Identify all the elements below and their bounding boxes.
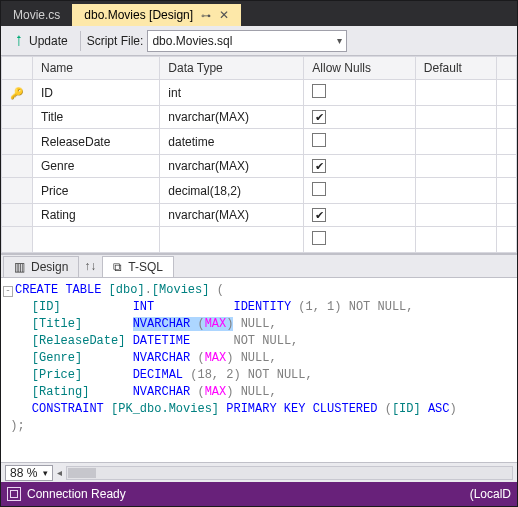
- lower-tab-strip: ▥ Design ↑↓ ⧉ T-SQL: [1, 254, 517, 278]
- table-row[interactable]: Ratingnvarchar(MAX): [2, 204, 517, 227]
- row-selector[interactable]: [2, 227, 33, 253]
- table-row[interactable]: Pricedecimal(18,2): [2, 178, 517, 204]
- tab-label: dbo.Movies [Design]: [84, 8, 193, 22]
- primary-key-icon: 🔑: [10, 87, 24, 99]
- cell-datatype[interactable]: decimal(18,2): [160, 178, 304, 204]
- update-arrow-icon: ⭡: [13, 34, 25, 48]
- allow-nulls-checkbox[interactable]: [312, 133, 326, 147]
- grid-header-row: Name Data Type Allow Nulls Default: [2, 57, 517, 80]
- document-tabs: Movie.cs dbo.Movies [Design] ⊶ ✕: [1, 1, 517, 26]
- tab-label: Movie.cs: [13, 8, 60, 22]
- horizontal-scrollbar[interactable]: [66, 466, 513, 480]
- allow-nulls-checkbox[interactable]: [312, 84, 326, 98]
- table-row[interactable]: ReleaseDatedatetime: [2, 129, 517, 155]
- tab-design[interactable]: ▥ Design: [3, 256, 79, 277]
- col-header-allownulls[interactable]: Allow Nulls: [304, 57, 416, 80]
- tab-movie-cs[interactable]: Movie.cs: [1, 4, 72, 26]
- swap-panes-button[interactable]: ↑↓: [78, 257, 102, 275]
- cell-default[interactable]: [415, 227, 496, 253]
- cell-allownulls[interactable]: [304, 106, 416, 129]
- connection-icon: [7, 487, 21, 501]
- tab-tsql[interactable]: ⧉ T-SQL: [102, 256, 174, 277]
- cell-extra: [497, 204, 517, 227]
- cell-default[interactable]: [415, 106, 496, 129]
- table-row[interactable]: Genrenvarchar(MAX): [2, 155, 517, 178]
- cell-name[interactable]: Title: [33, 106, 160, 129]
- status-bar: Connection Ready (LocalD: [1, 482, 517, 506]
- cell-name[interactable]: ID: [33, 80, 160, 106]
- design-icon: ▥: [14, 260, 25, 274]
- allow-nulls-checkbox[interactable]: [312, 231, 326, 245]
- row-selector[interactable]: [2, 106, 33, 129]
- row-selector[interactable]: [2, 204, 33, 227]
- tab-tsql-label: T-SQL: [128, 260, 163, 274]
- pin-icon[interactable]: ⊶: [201, 10, 211, 21]
- cell-datatype[interactable]: datetime: [160, 129, 304, 155]
- close-icon[interactable]: ✕: [219, 8, 229, 22]
- cell-extra: [497, 106, 517, 129]
- col-header-name[interactable]: Name: [33, 57, 160, 80]
- table-row[interactable]: [2, 227, 517, 253]
- cell-extra: [497, 178, 517, 204]
- editor-footer: 88 % ▾ ◂: [1, 462, 517, 482]
- cell-default[interactable]: [415, 129, 496, 155]
- cell-extra: [497, 80, 517, 106]
- chevron-down-icon: ▾: [337, 35, 342, 46]
- scroll-left-icon[interactable]: ◂: [57, 467, 62, 478]
- row-selector[interactable]: [2, 178, 33, 204]
- cell-name[interactable]: ReleaseDate: [33, 129, 160, 155]
- cell-allownulls[interactable]: [304, 178, 416, 204]
- col-header-extra: [497, 57, 517, 80]
- collapse-region-icon[interactable]: -: [3, 286, 13, 297]
- cell-allownulls[interactable]: [304, 155, 416, 178]
- table-row[interactable]: 🔑IDint: [2, 80, 517, 106]
- status-text: Connection Ready: [27, 487, 126, 501]
- allow-nulls-checkbox[interactable]: [312, 182, 326, 196]
- row-selector[interactable]: 🔑: [2, 80, 33, 106]
- cell-datatype[interactable]: nvarchar(MAX): [160, 204, 304, 227]
- cell-extra: [497, 227, 517, 253]
- col-header-datatype[interactable]: Data Type: [160, 57, 304, 80]
- tab-design-label: Design: [31, 260, 68, 274]
- allow-nulls-checkbox[interactable]: [312, 110, 326, 124]
- update-button[interactable]: ⭡ Update: [7, 32, 74, 50]
- cell-allownulls[interactable]: [304, 129, 416, 155]
- cell-default[interactable]: [415, 204, 496, 227]
- row-header-blank: [2, 57, 33, 80]
- cell-datatype[interactable]: nvarchar(MAX): [160, 155, 304, 178]
- update-label: Update: [29, 34, 68, 48]
- chevron-down-icon: ▾: [43, 468, 48, 478]
- cell-name[interactable]: [33, 227, 160, 253]
- cell-allownulls[interactable]: [304, 80, 416, 106]
- row-selector[interactable]: [2, 129, 33, 155]
- columns-grid: Name Data Type Allow Nulls Default 🔑IDin…: [1, 56, 517, 254]
- script-file-label: Script File:: [87, 34, 144, 48]
- allow-nulls-checkbox[interactable]: [312, 159, 326, 173]
- cell-allownulls[interactable]: [304, 227, 416, 253]
- status-connection: (LocalD: [470, 487, 511, 501]
- script-file-select[interactable]: dbo.Movies.sql ▾: [147, 30, 347, 52]
- cell-default[interactable]: [415, 178, 496, 204]
- sql-editor[interactable]: -CREATE TABLE [dbo].[Movies] ( [ID] INT …: [1, 278, 517, 462]
- toolbar-separator: [80, 31, 81, 51]
- cell-datatype[interactable]: [160, 227, 304, 253]
- cell-extra: [497, 129, 517, 155]
- cell-name[interactable]: Genre: [33, 155, 160, 178]
- row-selector[interactable]: [2, 155, 33, 178]
- tab-dbo-movies-design[interactable]: dbo.Movies [Design] ⊶ ✕: [72, 4, 241, 26]
- cell-default[interactable]: [415, 155, 496, 178]
- zoom-select[interactable]: 88 % ▾: [5, 465, 53, 481]
- cell-datatype[interactable]: nvarchar(MAX): [160, 106, 304, 129]
- table-row[interactable]: Titlenvarchar(MAX): [2, 106, 517, 129]
- zoom-value: 88 %: [10, 466, 37, 480]
- cell-name[interactable]: Price: [33, 178, 160, 204]
- cell-extra: [497, 155, 517, 178]
- cell-default[interactable]: [415, 80, 496, 106]
- cell-datatype[interactable]: int: [160, 80, 304, 106]
- cell-allownulls[interactable]: [304, 204, 416, 227]
- cell-name[interactable]: Rating: [33, 204, 160, 227]
- designer-toolbar: ⭡ Update Script File: dbo.Movies.sql ▾: [1, 26, 517, 56]
- allow-nulls-checkbox[interactable]: [312, 208, 326, 222]
- col-header-default[interactable]: Default: [415, 57, 496, 80]
- script-file-value: dbo.Movies.sql: [152, 34, 232, 48]
